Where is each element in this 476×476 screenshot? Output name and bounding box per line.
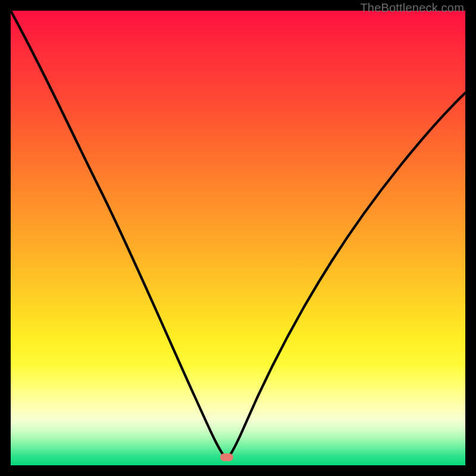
attribution-text: TheBottleneck.com (360, 1, 464, 15)
bottleneck-curve (11, 11, 465, 465)
curve-path (11, 11, 465, 459)
optimal-marker (220, 453, 233, 461)
chart-frame: TheBottleneck.com (0, 0, 476, 476)
plot-area (11, 11, 465, 465)
